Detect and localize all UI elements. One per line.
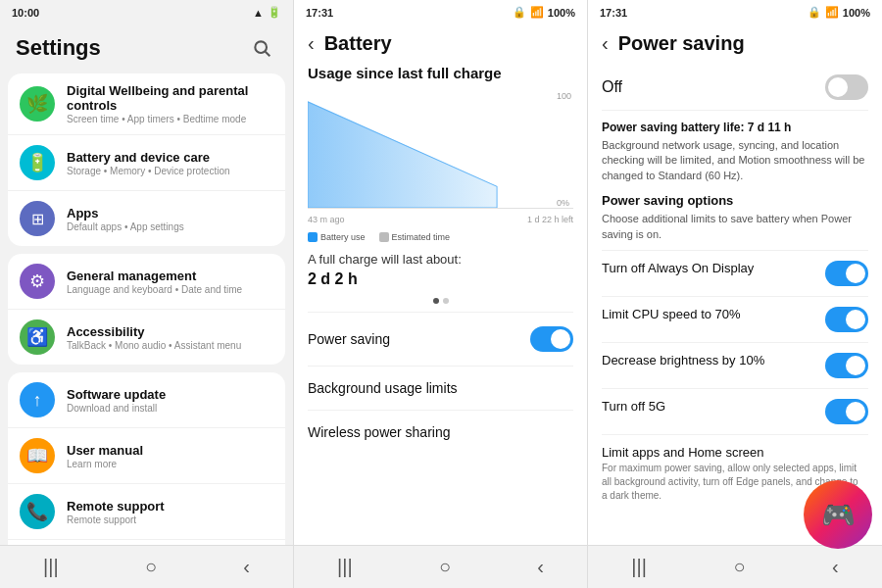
option-row-always-on: Turn off Always On Display (602, 250, 868, 296)
nav-back-power[interactable]: ‹ (832, 556, 839, 578)
general-text: General management Language and keyboard… (67, 269, 273, 295)
promo-badge: 🎮 (804, 480, 872, 549)
battery-icon: 🔋 (268, 6, 281, 19)
power-title: Power saving (618, 32, 745, 55)
settings-section-2: ⚙ General management Language and keyboa… (8, 254, 285, 365)
back-button-power[interactable]: ‹ (602, 32, 609, 55)
battery-content: Usage since last full charge 100 0% (294, 65, 587, 545)
software-update-label: Software update (67, 387, 273, 402)
nav-home-battery[interactable]: ○ (439, 556, 451, 578)
lock-power-icon: 🔒 (808, 6, 821, 19)
lock-icon: 🔒 (513, 6, 526, 19)
digital-wellbeing-text: Digital Wellbeing and parental controls … (67, 83, 273, 124)
search-button[interactable] (246, 32, 277, 64)
battery-title: Battery (324, 32, 392, 55)
power-saving-toggle[interactable] (530, 326, 573, 352)
remote-support-icon: 📞 (20, 494, 55, 529)
settings-item-battery[interactable]: 🔋 Battery and device care Storage • Memo… (8, 135, 285, 191)
signal-battery-icon: 📶 (530, 6, 544, 19)
options-heading: Power saving options (602, 193, 868, 208)
time-power: 17:31 (600, 7, 627, 19)
legend-battery-label: Battery use (320, 232, 366, 242)
software-update-icon: ↑ (20, 382, 55, 417)
accessibility-label: Accessibility (67, 324, 273, 339)
software-update-text: Software update Download and install (67, 387, 273, 414)
apps-icon: ⊞ (20, 201, 55, 236)
power-saving-row[interactable]: Power saving (308, 312, 573, 366)
chart-y-labels: 100 0% (555, 91, 573, 208)
settings-title: Settings (16, 35, 101, 61)
option-row-brightness: Decrease brightness by 10% (602, 342, 868, 388)
user-manual-text: User manual Learn more (67, 443, 273, 469)
power-content: Off Power saving battery life: 7 d 11 h … (588, 65, 882, 545)
5g-text: Turn off 5G (602, 399, 825, 414)
general-sub: Language and keyboard • Date and time (67, 284, 273, 295)
svg-marker-2 (308, 102, 497, 208)
legend-estimated-label: Estimated time (392, 232, 451, 242)
battery-life-label: Power saving battery life: 7 d 11 h (602, 121, 868, 134)
x-right: 1 d 22 h left (527, 215, 573, 224)
power-saving-panel: 17:31 🔒 📶 100% ‹ Power saving Off Power … (588, 0, 882, 588)
nav-recent-battery[interactable]: ||| (337, 556, 353, 578)
legend-battery-use: Battery use (308, 232, 366, 242)
user-manual-icon: 📖 (20, 438, 55, 473)
options-sub: Choose additional limits to save battery… (602, 212, 868, 242)
always-on-toggle[interactable] (825, 261, 868, 286)
limit-apps-label: Limit apps and Home screen (602, 445, 858, 460)
accessibility-text: Accessibility TalkBack • Mono audio • As… (67, 324, 273, 351)
y-min: 0% (557, 198, 571, 208)
status-icons-battery: 🔒 📶 100% (513, 6, 575, 19)
background-usage-label: Background usage limits (308, 380, 458, 396)
remote-support-label: Remote support (67, 499, 273, 514)
general-label: General management (67, 269, 273, 283)
apps-text: Apps Default apps • App settings (67, 206, 273, 232)
time-settings: 10:00 (12, 7, 39, 19)
chart-legend: Battery use Estimated time (308, 232, 573, 242)
nav-back-settings[interactable]: ‹ (243, 556, 250, 578)
power-off-toggle[interactable] (825, 74, 868, 100)
apps-label: Apps (67, 206, 273, 220)
settings-item-digital-wellbeing[interactable]: 🌿 Digital Wellbeing and parental control… (8, 74, 285, 135)
settings-item-accessibility[interactable]: ♿ Accessibility TalkBack • Mono audio • … (8, 310, 285, 365)
signal-power-icon: 📶 (825, 6, 839, 19)
user-manual-sub: Learn more (67, 459, 273, 469)
settings-panel: 10:00 ▲ 🔋 Settings 🌿 Digital Wellbeing a… (0, 0, 294, 588)
battery-power-pct: 100% (843, 7, 870, 19)
5g-toggle[interactable] (825, 399, 868, 424)
nav-recent-settings[interactable]: ||| (43, 556, 59, 578)
option-row-cpu: Limit CPU speed to 70% (602, 296, 868, 342)
always-on-label: Turn off Always On Display (602, 261, 815, 275)
power-off-label: Off (602, 78, 622, 96)
status-bar-power: 17:31 🔒 📶 100% (588, 0, 882, 24)
power-saving-label: Power saving (308, 331, 390, 347)
settings-item-general[interactable]: ⚙ General management Language and keyboa… (8, 254, 285, 310)
settings-item-user-manual[interactable]: 📖 User manual Learn more (8, 428, 285, 484)
nav-recent-power[interactable]: ||| (631, 556, 647, 578)
settings-item-software-update[interactable]: ↑ Software update Download and install (8, 372, 285, 428)
power-header: ‹ Power saving (588, 24, 882, 65)
nav-back-battery[interactable]: ‹ (537, 556, 544, 578)
nav-home-power[interactable]: ○ (733, 556, 745, 578)
cpu-toggle[interactable] (825, 307, 868, 332)
dot-2 (443, 298, 449, 304)
back-button-battery[interactable]: ‹ (308, 32, 315, 55)
wireless-sharing-row[interactable]: Wireless power sharing (308, 410, 573, 454)
status-bar-battery: 17:31 🔒 📶 100% (294, 0, 587, 24)
status-icons-settings: ▲ 🔋 (253, 6, 281, 19)
settings-item-remote-support[interactable]: 📞 Remote support Remote support (8, 484, 285, 540)
general-icon: ⚙ (20, 264, 55, 299)
y-max: 100 (557, 91, 571, 101)
dot-1 (433, 298, 439, 304)
brightness-toggle[interactable] (825, 353, 868, 378)
full-charge-value: 2 d 2 h (308, 270, 573, 288)
always-on-text: Turn off Always On Display (602, 261, 825, 275)
nav-bar-settings: ||| ○ ‹ (0, 545, 293, 588)
option-row-5g: Turn off 5G (602, 388, 868, 434)
brightness-label: Decrease brightness by 10% (602, 353, 815, 368)
settings-item-apps[interactable]: ⊞ Apps Default apps • App settings (8, 191, 285, 246)
svg-line-1 (266, 52, 270, 57)
nav-home-settings[interactable]: ○ (145, 556, 157, 578)
battery-panel: 17:31 🔒 📶 100% ‹ Battery Usage since las… (294, 0, 588, 588)
legend-estimated: Estimated time (379, 232, 451, 242)
background-usage-row[interactable]: Background usage limits (308, 366, 573, 410)
